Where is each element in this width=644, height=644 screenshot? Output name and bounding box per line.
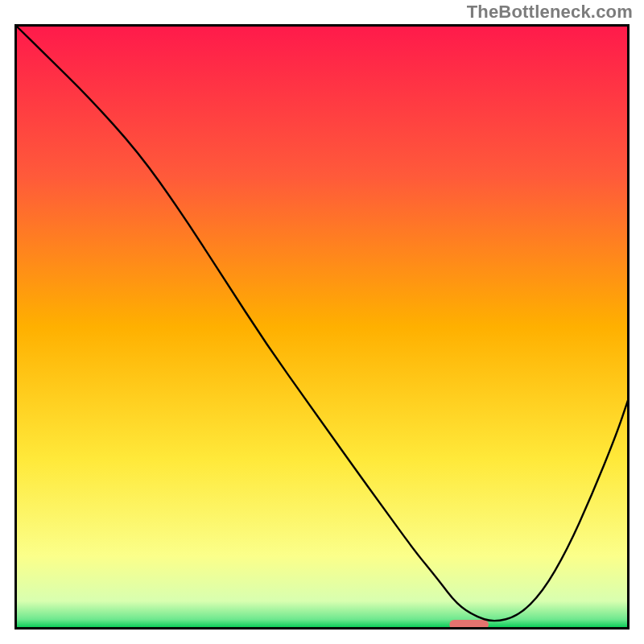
watermark-label: TheBottleneck.com <box>467 2 633 23</box>
chart-svg <box>14 24 630 630</box>
svg-rect-0 <box>16 26 629 629</box>
chart-container: TheBottleneck.com <box>0 0 644 644</box>
chart-plot-area <box>14 24 630 630</box>
